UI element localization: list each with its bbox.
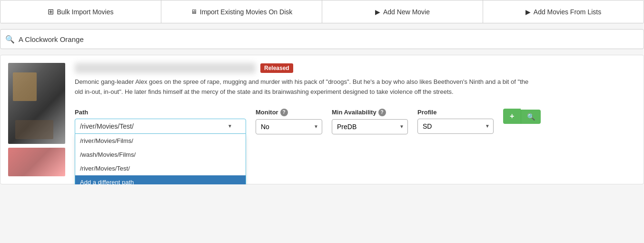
movie-title-blurred [75, 63, 256, 73]
add-new-label: Add New Movie [383, 8, 430, 16]
path-label: Path [75, 109, 246, 116]
movie-poster [8, 63, 65, 144]
add-from-lists-button[interactable]: ▶ Add Movies From Lists [483, 0, 644, 23]
minavail-select[interactable]: Announced In Cinemas Released PreDB [332, 119, 408, 134]
minavail-select-wrap: Announced In Cinemas Released PreDB ▼ [332, 119, 408, 134]
profile-select[interactable]: SD HD 4K [417, 119, 494, 134]
import-existing-button[interactable]: 🖥 Import Existing Movies On Disk [161, 0, 322, 23]
toolbar: ⊞ Bulk Import Movies 🖥 Import Existing M… [0, 0, 644, 23]
path-option-1[interactable]: /river/Movies/Films/ [75, 134, 246, 148]
movie-thumbnail [8, 148, 65, 176]
movie-card: Released Demonic gang-leader Alex goes o… [0, 55, 644, 184]
plus-icon: + [510, 112, 514, 120]
path-input-wrap[interactable]: /river/Movies/Test/ ▼ /river/Movies/Film… [75, 119, 246, 134]
play-icon: ▶ [375, 8, 380, 16]
grid-icon: ⊞ [48, 7, 54, 16]
add-new-movie-button[interactable]: ▶ Add New Movie [322, 0, 483, 23]
action-buttons: + 🔍 [503, 109, 541, 125]
search-movie-button[interactable]: 🔍 [521, 110, 541, 124]
bulk-import-label: Bulk Import Movies [57, 8, 113, 16]
monitor-select-wrap: No Yes ▼ [256, 119, 322, 134]
search-bar: 🔍 A Clockwork Orange [0, 29, 644, 49]
search-input[interactable]: A Clockwork Orange [19, 35, 639, 43]
profile-label: Profile [417, 109, 494, 116]
search-small-icon: 🔍 [527, 113, 535, 121]
add-movie-button[interactable]: + [503, 109, 521, 124]
bulk-import-button[interactable]: ⊞ Bulk Import Movies [0, 0, 161, 23]
movie-description: Demonic gang-leader Alex goes on the spr… [75, 77, 532, 97]
monitor-select[interactable]: No Yes [256, 119, 322, 134]
path-option-3[interactable]: /river/Movies/Test/ [75, 162, 246, 175]
path-arrow-icon: ▼ [228, 123, 232, 129]
monitor-label: Monitor ? [256, 109, 322, 116]
search-icon: 🔍 [5, 35, 15, 44]
hdd-icon: 🖥 [191, 8, 197, 15]
add-from-lists-label: Add Movies From Lists [534, 8, 601, 16]
play-icon-2: ▶ [525, 8, 531, 16]
path-select-display[interactable]: /river/Movies/Test/ ▼ [75, 119, 246, 134]
minavail-label: Min Availability ? [332, 109, 408, 116]
profile-select-wrap: SD HD 4K ▼ [417, 119, 494, 134]
poster-column [8, 63, 65, 176]
path-group: Path /river/Movies/Test/ ▼ /river/Movies… [75, 109, 246, 134]
import-existing-label: Import Existing Movies On Disk [200, 8, 293, 16]
monitor-group: Monitor ? No Yes ▼ [256, 109, 322, 134]
path-option-2[interactable]: /wash/Movies/Films/ [75, 148, 246, 162]
path-selected-value: /river/Movies/Test/ [80, 122, 134, 130]
movie-info: Released Demonic gang-leader Alex goes o… [75, 63, 636, 176]
minavail-help-icon[interactable]: ? [378, 109, 386, 116]
monitor-help-icon[interactable]: ? [280, 109, 288, 116]
form-row: Path /river/Movies/Test/ ▼ /river/Movies… [75, 109, 636, 134]
path-dropdown: /river/Movies/Films/ /wash/Movies/Films/… [75, 134, 246, 184]
path-option-add[interactable]: Add a different path [75, 175, 246, 184]
profile-group: Profile SD HD 4K ▼ [417, 109, 494, 134]
minavail-group: Min Availability ? Announced In Cinemas … [332, 109, 408, 134]
movie-title-row: Released [75, 63, 636, 73]
released-badge: Released [260, 63, 293, 73]
